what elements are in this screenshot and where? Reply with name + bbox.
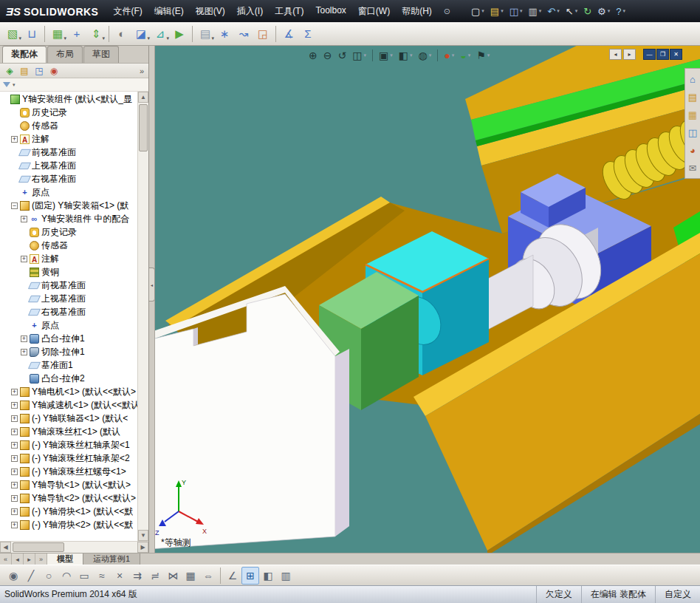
open-document-button[interactable]: ▤▾ xyxy=(487,4,507,18)
hscrollbar-thumb[interactable] xyxy=(13,542,64,552)
scrollbar-track[interactable] xyxy=(138,103,148,530)
options-button[interactable]: ⚙▾ xyxy=(594,4,613,18)
reference-geometry-button[interactable]: ⊿▾ xyxy=(151,24,170,44)
filter-dropdown-icon[interactable]: ▾ xyxy=(13,82,16,88)
offset-entities-button[interactable]: ≓ xyxy=(146,567,164,585)
scrollbar-thumb[interactable] xyxy=(139,104,148,151)
expander-plus-icon[interactable]: + xyxy=(11,429,18,435)
tree-item[interactable]: +Y轴导轨<2> (默认<<默认> xyxy=(0,491,137,505)
tree-item[interactable]: +原点 xyxy=(0,318,137,332)
tab-nav-icon[interactable]: » xyxy=(35,553,47,565)
tree-item[interactable]: +(-) Y轴滚珠丝杠轴承架<1 xyxy=(0,438,137,452)
undo-button[interactable]: ↶▾ xyxy=(544,4,562,18)
convert-entities-button[interactable]: ⇉ xyxy=(128,567,146,585)
tree-item[interactable]: 基准面1 xyxy=(0,358,137,372)
tree-item[interactable]: +∞Y轴安装组件 中的配合 xyxy=(0,212,137,225)
sketch-snaps-button[interactable]: ∠ xyxy=(224,567,241,585)
smart-dimension-button[interactable]: ◉ xyxy=(4,567,22,585)
minimize-window-button[interactable]: — xyxy=(643,49,656,60)
expander-plus-icon[interactable]: + xyxy=(11,442,18,449)
document-tab[interactable]: 运动算例1 xyxy=(83,553,140,565)
menu-item[interactable]: 文件(F) xyxy=(107,2,148,21)
zoom-to-area-button[interactable]: ⊖ xyxy=(321,49,334,62)
tree-item[interactable]: 历史记录 xyxy=(0,225,137,239)
tree-item[interactable]: +A注解 xyxy=(0,252,137,265)
tree-horizontal-scrollbar[interactable]: ◀ ▶ xyxy=(0,541,148,553)
tree-item[interactable]: −(固定) Y轴安装箱<1> (默 xyxy=(0,199,137,212)
tree-item[interactable]: +Y轴滚珠丝杠<1> (默认 xyxy=(0,425,137,438)
move-component-button[interactable]: ⇕▾ xyxy=(86,24,106,44)
tree-item[interactable]: +原点 xyxy=(0,185,137,199)
new-motion-study-button[interactable]: ▶ xyxy=(170,24,189,44)
instant-2d-button[interactable]: ◧ xyxy=(259,567,277,585)
expander-minus-icon[interactable]: − xyxy=(11,202,18,209)
centerpoint-arc-button[interactable]: ◠ xyxy=(58,567,75,585)
view-orientation-button[interactable]: ▣▾ xyxy=(377,49,395,62)
expander-plus-icon[interactable]: + xyxy=(11,469,18,475)
command-tab[interactable]: 草图 xyxy=(83,46,119,63)
mass-properties-button[interactable]: Σ xyxy=(298,24,318,44)
print-button[interactable]: ▥▾ xyxy=(525,4,544,18)
menu-item[interactable]: 工具(T) xyxy=(269,2,309,21)
corner-rectangle-button[interactable]: ▭ xyxy=(75,567,93,585)
graphics-viewport[interactable]: Y X Z ⊕⊖↺◫▾▣▾◧▾◍▾●▾◒▾⚑▾ ◂▸ —❐✕ ⌂▤▦◫◕✉ *等… xyxy=(155,46,700,553)
units-button[interactable]: ▥ xyxy=(277,567,295,585)
tree-item[interactable]: 传感器 xyxy=(0,239,137,252)
expander-plus-icon[interactable]: + xyxy=(21,256,27,262)
expander-plus-icon[interactable]: + xyxy=(11,389,18,395)
file-explorer-tab[interactable]: ▦ xyxy=(685,106,700,123)
expander-plus-icon[interactable]: + xyxy=(11,522,18,528)
tree-item[interactable]: 传感器 xyxy=(0,119,137,132)
configurationmanager-tab[interactable]: ◳ xyxy=(32,64,47,77)
expander-plus-icon[interactable]: + xyxy=(21,335,27,342)
menu-item[interactable]: 插入(I) xyxy=(231,2,269,21)
insert-components-button[interactable]: ▧▾ xyxy=(3,24,22,44)
tree-item[interactable]: 上视基准面 xyxy=(0,292,137,305)
dimxpertmanager-tab[interactable]: ◉ xyxy=(47,64,61,77)
edit-appearance-button[interactable]: ●▾ xyxy=(442,49,456,62)
save-button[interactable]: ◫▾ xyxy=(507,4,526,18)
close-window-button[interactable]: ✕ xyxy=(670,49,682,60)
tab-nav-icon[interactable]: « xyxy=(0,553,12,565)
tree-item[interactable]: 右视基准面 xyxy=(0,172,137,185)
document-tab[interactable]: 模型 xyxy=(47,553,83,565)
command-tab[interactable]: 装配体 xyxy=(2,46,47,63)
explode-line-sketch-button[interactable]: ↝ xyxy=(234,24,253,44)
bill-of-materials-button[interactable]: ▤▾ xyxy=(196,24,215,44)
tree-item[interactable]: 右视基准面 xyxy=(0,305,137,318)
apply-scene-button[interactable]: ◒▾ xyxy=(458,49,473,62)
menu-pin-icon[interactable]: ⊙ xyxy=(444,7,450,16)
scroll-right-icon[interactable]: ▶ xyxy=(137,542,148,553)
tree-filter-bar[interactable]: ▾ xyxy=(0,78,148,92)
previous-view-button[interactable]: ↺ xyxy=(335,49,349,62)
tree-item[interactable]: 凸台-拉伸2 xyxy=(0,372,137,385)
appearances-scenes-tab[interactable]: ◕ xyxy=(685,141,700,159)
next-window-button[interactable]: ▸ xyxy=(623,49,636,60)
show-hidden-components-button[interactable]: ◐ xyxy=(112,24,131,44)
exploded-view-button[interactable]: ∗ xyxy=(215,24,234,44)
previous-window-button[interactable]: ◂ xyxy=(609,49,622,60)
zoom-to-fit-button[interactable]: ⊕ xyxy=(306,49,320,62)
rebuild-button[interactable]: ↻ xyxy=(580,4,594,18)
spline-button[interactable]: ≈ xyxy=(93,567,111,585)
select-button[interactable]: ↖▾ xyxy=(563,4,580,18)
tree-item[interactable]: +(-) Y轴滚珠丝杠轴承架<2 xyxy=(0,452,137,465)
tree-item[interactable]: +A注解 xyxy=(0,132,137,146)
tree-item[interactable]: +Y轴电机<1> (默认<<默认> xyxy=(0,385,137,398)
menu-item[interactable]: 视图(V) xyxy=(190,2,231,21)
expander-plus-icon[interactable]: + xyxy=(11,402,18,409)
mirror-entities-button[interactable]: ⋈ xyxy=(164,567,182,585)
line-button[interactable]: ╱ xyxy=(22,567,40,585)
new-document-button[interactable]: ▢▾ xyxy=(468,4,487,18)
view-settings-button[interactable]: ⚑▾ xyxy=(474,49,492,62)
linear-component-pattern-button[interactable]: ▦▾ xyxy=(48,24,67,44)
tab-nav-icon[interactable]: ▸ xyxy=(24,553,35,565)
menu-item[interactable]: Toolbox xyxy=(309,2,351,21)
collapse-panel-icon[interactable]: ◂ xyxy=(149,268,155,302)
expander-plus-icon[interactable]: + xyxy=(11,455,18,462)
menu-item[interactable]: 窗口(W) xyxy=(352,2,396,21)
expander-plus-icon[interactable]: + xyxy=(11,415,18,422)
scroll-down-icon[interactable]: ▼ xyxy=(138,530,148,541)
smart-fasteners-button[interactable]: + xyxy=(67,24,86,44)
restore-window-button[interactable]: ❐ xyxy=(656,49,669,60)
